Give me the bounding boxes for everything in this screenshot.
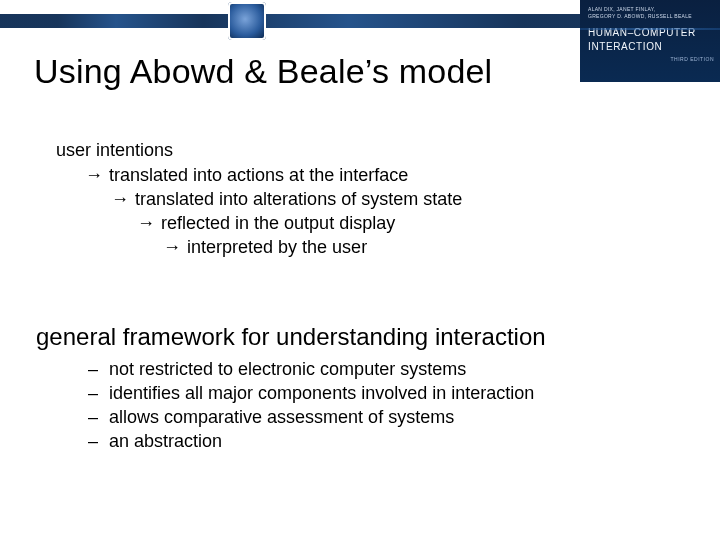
section1-step-1-text: translated into actions at the interface — [109, 165, 408, 185]
section1-step-3: → reflected in the output display — [136, 211, 680, 235]
book-title: HUMAN–COMPUTER INTERACTION — [588, 26, 714, 54]
list-item: – not restricted to electronic computer … — [104, 357, 680, 381]
dash-icon: – — [88, 429, 104, 453]
section2-list: – not restricted to electronic computer … — [104, 357, 680, 453]
list-item-text: identifies all major components involved… — [109, 383, 534, 403]
book-cover: ALAN DIX, JANET FINLAY, GREGORY D. ABOWD… — [580, 0, 720, 82]
list-item-text: allows comparative assessment of systems — [109, 407, 454, 427]
list-item: – allows comparative assessment of syste… — [104, 405, 680, 429]
section1-step-4: → interpreted by the user — [162, 235, 680, 259]
slide-body: user intentions → translated into action… — [56, 140, 680, 453]
list-item: – identifies all major components involv… — [104, 381, 680, 405]
section1-step-2-text: translated into alterations of system st… — [135, 189, 462, 209]
section1-step-3-text: reflected in the output display — [161, 213, 395, 233]
dash-icon: – — [88, 405, 104, 429]
dash-icon: – — [88, 381, 104, 405]
arrow-icon: → — [84, 163, 104, 187]
list-item: – an abstraction — [104, 429, 680, 453]
dash-icon: – — [88, 357, 104, 381]
arrow-icon: → — [136, 211, 156, 235]
book-stripe-icon — [580, 28, 720, 30]
arrow-icon: → — [110, 187, 130, 211]
list-item-text: not restricted to electronic computer sy… — [109, 359, 466, 379]
section2-lead: general framework for understanding inte… — [36, 323, 680, 351]
section1-lead: user intentions — [56, 140, 680, 161]
section1-step-4-text: interpreted by the user — [187, 237, 367, 257]
header-logo-icon — [228, 2, 266, 40]
slide: ALAN DIX, JANET FINLAY, GREGORY D. ABOWD… — [0, 0, 720, 540]
section1-step-1: → translated into actions at the interfa… — [84, 163, 680, 187]
arrow-icon: → — [162, 235, 182, 259]
book-authors: ALAN DIX, JANET FINLAY, GREGORY D. ABOWD… — [588, 6, 714, 20]
header-stripe — [0, 14, 580, 28]
list-item-text: an abstraction — [109, 431, 222, 451]
section1-step-2: → translated into alterations of system … — [110, 187, 680, 211]
slide-title: Using Abowd & Beale’s model — [34, 52, 492, 91]
book-edition: THIRD EDITION — [588, 56, 714, 63]
